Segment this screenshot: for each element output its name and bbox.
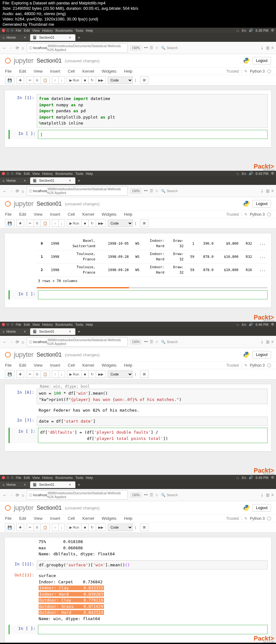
gear-icon[interactable]: ⚙ — [271, 171, 274, 175]
new-tab-button[interactable]: + — [75, 178, 83, 183]
reader-icon[interactable]: ☰ — [150, 46, 153, 50]
code-cell-active[interactable]: In [ ]: — [8, 290, 268, 300]
menu-item[interactable]: Bookmarks — [56, 29, 73, 32]
more-icon[interactable]: ••• — [144, 189, 148, 193]
tab-home[interactable]: ⌂Home× — [0, 177, 30, 184]
menu-item[interactable]: View — [32, 29, 40, 32]
menu-item[interactable]: View — [32, 172, 40, 175]
stop-button[interactable]: ■ — [81, 370, 88, 378]
tab-section[interactable]: 📓Section01× — [30, 481, 75, 488]
gear-icon[interactable]: ⚙ — [271, 28, 274, 32]
reload-button[interactable]: ⟳ — [16, 189, 19, 193]
jupyter-menu-item[interactable]: Edit — [19, 69, 26, 74]
jupyter-menu-item[interactable]: Widgets — [102, 516, 116, 521]
jupyter-menu-item[interactable]: File — [5, 69, 12, 74]
back-button[interactable]: ← — [3, 189, 7, 193]
logout-button[interactable]: Logout — [252, 200, 271, 208]
tab-home[interactable]: ⌂Home× — [0, 481, 30, 488]
jupyter-menu-item[interactable]: Cell — [68, 69, 75, 74]
save-button[interactable]: 💾 — [5, 524, 14, 531]
jupyter-menu-item[interactable]: Edit — [19, 212, 26, 217]
menu-item[interactable]: Edit — [24, 29, 30, 32]
home-button[interactable]: ⌂ — [22, 340, 24, 344]
home-button[interactable]: ⌂ — [22, 46, 24, 50]
code-input[interactable] — [38, 290, 268, 300]
run-all-button[interactable]: ▶▶ — [96, 370, 106, 378]
restart-button[interactable]: ↻ — [88, 524, 96, 531]
download-icon[interactable]: ⭳ — [260, 340, 264, 344]
menu-item[interactable]: History — [42, 29, 53, 32]
search-input[interactable]: 🔍Search — [161, 493, 258, 497]
copy-button[interactable]: ⎘ — [34, 76, 41, 84]
menu-item[interactable]: Bookmarks — [56, 476, 73, 480]
move-down-button[interactable]: ↓ — [58, 524, 65, 531]
zoom-level[interactable]: 150% — [130, 493, 142, 497]
tab-section[interactable]: 📓Section01× — [30, 177, 75, 184]
home-button[interactable]: ⌂ — [22, 493, 24, 497]
move-up-button[interactable]: ↑ — [52, 370, 58, 378]
back-button[interactable]: ← — [3, 340, 7, 344]
save-button[interactable]: 💾 — [5, 219, 14, 227]
menu-icon[interactable]: ≡ — [271, 493, 273, 497]
menu-item[interactable]: View — [32, 476, 40, 480]
run-all-button[interactable]: ▶▶ — [96, 76, 106, 84]
jupyter-menu-item[interactable]: Cell — [68, 212, 75, 217]
menu-item[interactable]: Edit — [24, 476, 30, 480]
jupyter-menu-item[interactable]: Insert — [50, 363, 60, 368]
command-palette-button[interactable]: ⌘ — [140, 76, 149, 84]
move-up-button[interactable]: ↑ — [52, 524, 58, 531]
url-input[interactable]: ⓘ localhost:8888/notebooks/Documents/Sta… — [27, 43, 128, 53]
jupyter-menu-item[interactable]: Help — [124, 516, 133, 521]
run-all-button[interactable]: ▶▶ — [96, 524, 106, 531]
notebook-name[interactable]: Section01 — [37, 58, 62, 64]
menu-item[interactable]: Bookmarks — [56, 172, 73, 175]
menu-item[interactable]: File — [16, 172, 21, 175]
run-button[interactable]: ▶ Run — [67, 370, 81, 378]
copy-button[interactable]: ⎘ — [34, 219, 41, 227]
move-up-button[interactable]: ↑ — [52, 76, 58, 84]
horizontal-scrollbar[interactable] — [37, 287, 268, 288]
edit-icon[interactable]: ✎ — [244, 363, 247, 368]
code-input[interactable] — [38, 625, 268, 634]
cell-type-select[interactable]: Code — [108, 219, 133, 227]
paste-button[interactable]: 📋 — [41, 370, 50, 378]
jupyter-menu-item[interactable]: Help — [124, 212, 133, 217]
save-button[interactable]: 💾 — [5, 370, 14, 378]
paste-button[interactable]: 📋 — [41, 76, 50, 84]
edit-icon[interactable]: ✎ — [244, 69, 247, 74]
library-icon[interactable]: ▥ — [266, 493, 269, 497]
cut-button[interactable]: ✂ — [26, 524, 34, 531]
add-cell-button[interactable]: ✚ — [16, 219, 24, 227]
jupyter-menu-item[interactable]: View — [34, 69, 42, 74]
menu-item[interactable]: View — [32, 323, 40, 326]
run-button[interactable]: ▶ Run — [67, 219, 81, 227]
code-cell[interactable]: In [11]: df.groupby('surface')['win'].me… — [8, 560, 268, 570]
menu-icon[interactable]: ≡ — [271, 46, 273, 50]
cell-type-select[interactable]: Code — [108, 370, 133, 378]
jupyter-menu-item[interactable]: Kernel — [82, 516, 94, 521]
star-icon[interactable]: ☆ — [155, 189, 159, 193]
url-input[interactable]: ⓘ localhost:8888/notebooks/Documents/Sta… — [27, 337, 128, 347]
jupyter-menu-item[interactable]: Help — [124, 363, 133, 368]
kernel-name[interactable]: Python 3 — [250, 516, 265, 521]
code-input[interactable]: won = 100 * df['win'].mean() "kw">print(… — [37, 389, 268, 404]
menu-icon[interactable]: ≡ — [271, 340, 273, 344]
trusted-indicator[interactable]: Trusted — [226, 516, 241, 521]
jupyter-menu-item[interactable]: File — [5, 212, 12, 217]
code-cell[interactable]: In [6]: won = 100 * df['win'].mean() "kw… — [8, 389, 268, 404]
kernel-name[interactable]: Python 3 — [250, 69, 265, 74]
jupyter-menu-item[interactable]: Widgets — [102, 69, 116, 74]
stop-button[interactable]: ■ — [81, 76, 88, 84]
menu-item[interactable]: Edit — [24, 172, 30, 175]
jupyter-menu-item[interactable]: Widgets — [102, 363, 116, 368]
cut-button[interactable]: ✂ — [26, 370, 34, 378]
cut-button[interactable]: ✂ — [26, 76, 34, 84]
jupyter-menu-item[interactable]: Kernel — [82, 69, 94, 74]
code-input[interactable]: date = df['start date'] — [37, 417, 268, 426]
download-icon[interactable]: ⭳ — [260, 493, 264, 497]
url-input[interactable]: ⓘ localhost:8888/notebooks/Documents/Sta… — [27, 186, 128, 196]
restart-button[interactable]: ↻ — [88, 76, 96, 84]
search-input[interactable]: 🔍Search — [161, 340, 258, 344]
jupyter-menu-item[interactable]: Cell — [68, 516, 75, 521]
cell-type-select[interactable]: Code — [108, 524, 133, 531]
